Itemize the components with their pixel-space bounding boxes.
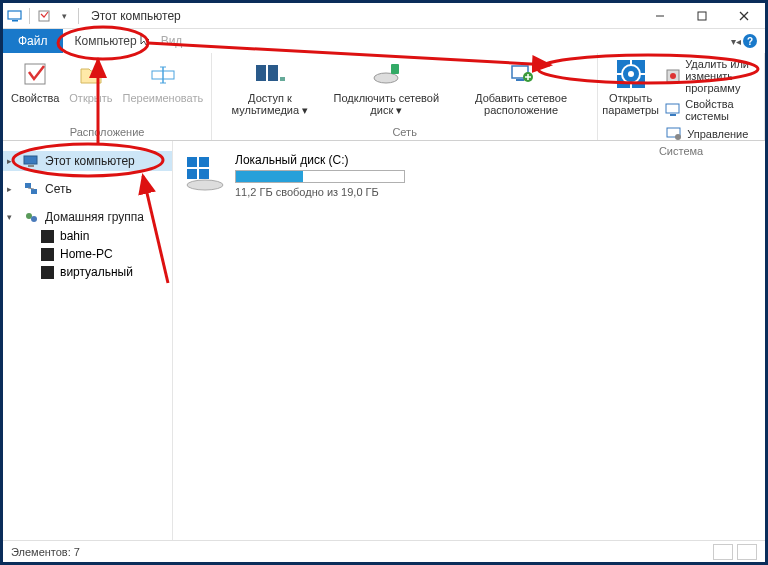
svg-point-38 bbox=[26, 213, 32, 219]
drive-usage-bar bbox=[235, 170, 405, 183]
svg-rect-33 bbox=[24, 156, 37, 164]
svg-rect-29 bbox=[666, 104, 679, 113]
svg-rect-16 bbox=[391, 64, 399, 74]
manage-icon bbox=[665, 126, 683, 142]
details-view-icon[interactable] bbox=[713, 544, 733, 560]
svg-point-28 bbox=[670, 73, 676, 79]
media-access-label: Доступ к мультимедиа ▾ bbox=[220, 92, 319, 116]
properties-icon bbox=[20, 57, 50, 91]
nav-this-pc[interactable]: ▸ Этот компьютер bbox=[3, 151, 172, 171]
nav-network-label: Сеть bbox=[45, 182, 72, 196]
computer-tab[interactable]: Компьютер bbox=[63, 29, 149, 53]
svg-rect-30 bbox=[670, 114, 676, 116]
rename-button[interactable]: Переименовать bbox=[119, 55, 208, 126]
this-pc-icon bbox=[7, 9, 23, 23]
expand-arrow-icon[interactable]: ▸ bbox=[7, 184, 12, 194]
drive-free-text: 11,2 ГБ свободно из 19,0 ГБ bbox=[235, 186, 405, 198]
connect-drive-label: Подключить сетевой диск ▾ bbox=[330, 92, 443, 116]
svg-point-22 bbox=[628, 71, 634, 77]
nav-homegroup[interactable]: ▾ Домашняя группа bbox=[3, 207, 172, 227]
open-icon bbox=[77, 57, 105, 91]
drive-icon bbox=[183, 153, 225, 193]
expand-arrow-icon[interactable]: ▸ bbox=[7, 156, 12, 166]
window-controls bbox=[639, 3, 765, 29]
nav-homegroup-label: Домашняя группа bbox=[45, 210, 144, 224]
ribbon-right-controls: ▾◂ ? bbox=[731, 34, 757, 48]
nav-this-pc-label: Этот компьютер bbox=[45, 154, 135, 168]
properties-button[interactable]: Свойства bbox=[7, 55, 63, 126]
add-network-button[interactable]: Добавить сетевое расположение bbox=[449, 55, 593, 126]
open-label: Открыть bbox=[69, 92, 112, 104]
uninstall-label: Удалить или изменить программу bbox=[685, 58, 756, 94]
minimize-button[interactable] bbox=[639, 3, 681, 29]
network-group-title: Сеть bbox=[392, 126, 416, 140]
svg-rect-13 bbox=[268, 65, 278, 81]
svg-point-44 bbox=[187, 180, 223, 190]
help-icon[interactable]: ? bbox=[743, 34, 757, 48]
open-button[interactable]: Открыть bbox=[65, 55, 116, 126]
open-settings-label: Открыть параметры bbox=[602, 92, 659, 116]
content-pane[interactable]: Локальный диск (C:) 11,2 ГБ свободно из … bbox=[173, 141, 765, 540]
this-pc-icon bbox=[23, 155, 39, 168]
view-tab[interactable]: Вид bbox=[149, 29, 195, 53]
quick-access-toolbar: ▾ bbox=[3, 8, 85, 24]
add-network-label: Добавить сетевое расположение bbox=[453, 92, 589, 116]
user-icon bbox=[41, 230, 54, 243]
nav-homegroup-item[interactable]: bahin bbox=[3, 227, 172, 245]
large-icons-view-icon[interactable] bbox=[737, 544, 757, 560]
system-options: Удалить или изменить программу Свойства … bbox=[661, 55, 760, 145]
nav-network[interactable]: ▸ Сеть bbox=[3, 179, 172, 199]
settings-icon bbox=[615, 57, 647, 91]
network-icon bbox=[23, 182, 39, 196]
svg-rect-18 bbox=[516, 79, 524, 81]
properties-label: Свойства bbox=[11, 92, 59, 104]
view-switch bbox=[713, 544, 757, 560]
connect-drive-button[interactable]: Подключить сетевой диск ▾ bbox=[326, 55, 447, 126]
separator bbox=[29, 8, 30, 24]
rename-label: Переименовать bbox=[123, 92, 204, 104]
system-properties-button[interactable]: Свойства системы bbox=[663, 97, 758, 123]
add-network-icon bbox=[506, 57, 536, 91]
svg-rect-40 bbox=[187, 157, 197, 167]
open-settings-button[interactable]: Открыть параметры bbox=[602, 55, 659, 145]
nav-homegroup-item[interactable]: Home-PC bbox=[3, 245, 172, 263]
svg-point-39 bbox=[31, 216, 37, 222]
title-bar: ▾ Этот компьютер bbox=[3, 3, 765, 29]
ribbon-tabs: Файл Компьютер Вид ▾◂ ? bbox=[3, 29, 765, 53]
svg-point-32 bbox=[675, 134, 681, 140]
drive-item[interactable]: Локальный диск (C:) 11,2 ГБ свободно из … bbox=[183, 153, 755, 198]
maximize-button[interactable] bbox=[681, 3, 723, 29]
media-access-icon bbox=[254, 57, 286, 91]
svg-rect-0 bbox=[8, 11, 21, 19]
system-properties-icon bbox=[665, 102, 681, 118]
svg-line-37 bbox=[28, 188, 34, 189]
computer-tab-label: Компьютер bbox=[75, 34, 137, 48]
uninstall-programs-button[interactable]: Удалить или изменить программу bbox=[663, 57, 758, 95]
drive-label: Локальный диск (C:) bbox=[235, 153, 405, 167]
svg-rect-42 bbox=[187, 169, 197, 179]
drive-info: Локальный диск (C:) 11,2 ГБ свободно из … bbox=[235, 153, 405, 198]
collapse-ribbon-icon[interactable]: ▾◂ bbox=[731, 36, 741, 47]
location-group-title: Расположение bbox=[70, 126, 145, 140]
user-icon bbox=[41, 248, 54, 261]
explorer-body: ▸ Этот компьютер ▸ Сеть ▾ Домашняя групп… bbox=[3, 141, 765, 540]
svg-rect-36 bbox=[31, 189, 37, 194]
media-access-button[interactable]: Доступ к мультимедиа ▾ bbox=[216, 55, 323, 126]
rename-icon bbox=[148, 57, 178, 91]
svg-point-15 bbox=[374, 73, 398, 83]
item-count: Элементов: 7 bbox=[11, 546, 80, 558]
qat-properties-icon[interactable] bbox=[36, 9, 52, 23]
svg-rect-35 bbox=[25, 183, 31, 188]
svg-rect-14 bbox=[280, 77, 285, 81]
file-tab[interactable]: Файл bbox=[3, 29, 63, 53]
svg-rect-34 bbox=[28, 165, 34, 167]
ribbon-group-location: Свойства Открыть Переименовать Расположе… bbox=[3, 53, 212, 140]
close-button[interactable] bbox=[723, 3, 765, 29]
nav-homegroup-item[interactable]: виртуальный bbox=[3, 263, 172, 281]
manage-label: Управление bbox=[687, 128, 748, 140]
qat-dropdown-icon[interactable]: ▾ bbox=[56, 9, 72, 23]
ribbon: Свойства Открыть Переименовать Расположе… bbox=[3, 53, 765, 141]
homegroup-icon bbox=[23, 210, 39, 224]
collapse-arrow-icon[interactable]: ▾ bbox=[7, 212, 12, 222]
svg-rect-4 bbox=[698, 12, 706, 20]
